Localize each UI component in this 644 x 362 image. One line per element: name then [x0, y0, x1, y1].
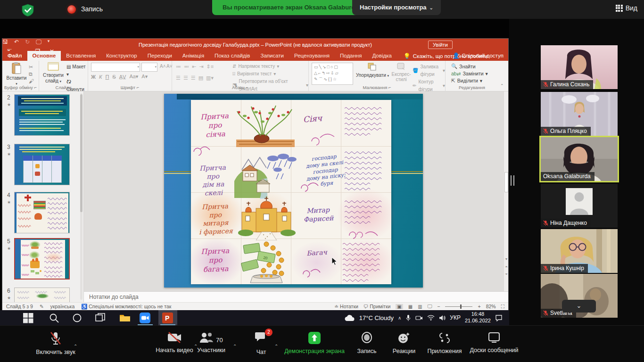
tab-slideshow[interactable]: Показ слайдів	[209, 51, 255, 61]
task-view-icon[interactable]	[95, 313, 106, 323]
record-button[interactable]: Запись	[351, 331, 382, 354]
align-text-button[interactable]: ⌸ Вирівняти текст ▾	[232, 70, 308, 78]
sign-in-button[interactable]: Увійти	[428, 41, 453, 49]
justify-icon[interactable]: ▤	[198, 75, 203, 81]
slide-4-thumbnail[interactable]	[14, 192, 70, 233]
share-button[interactable]: 👤Спільний доступ	[453, 51, 504, 61]
tab-view[interactable]: Подання	[335, 51, 367, 61]
participants-options-chevron[interactable]: ⌃	[233, 344, 237, 349]
shrink-font-icon[interactable]: A˅	[166, 64, 173, 69]
panel-resize-handle[interactable]	[511, 175, 514, 186]
mic-options-chevron[interactable]: ⌃	[74, 344, 77, 349]
tab-design[interactable]: Конструктор	[101, 51, 142, 61]
character-spacing-icon[interactable]: A̲V̲	[119, 74, 126, 80]
arrange-button[interactable]: Упорядкувати ▾	[355, 62, 390, 78]
tab-insert[interactable]: Вставлення	[61, 51, 101, 61]
tab-review[interactable]: Рецензування	[289, 51, 335, 61]
participant-tile[interactable]: Ірина Кушнір	[541, 229, 618, 273]
next-slide-button[interactable]: ⏷	[504, 272, 509, 276]
accessibility-status[interactable]: ♿ Спеціальні можливості: щось не так	[81, 304, 171, 310]
apps-button[interactable]: Приложения	[423, 331, 466, 354]
font-name-combo[interactable]: ▾	[91, 63, 140, 72]
encryption-shield-icon[interactable]	[21, 4, 34, 16]
collapse-ribbon-icon[interactable]: ⌃	[500, 83, 504, 88]
format-painter-icon[interactable]: 🖌	[29, 78, 34, 85]
powerpoint-taskbar-button[interactable]: P	[158, 310, 177, 325]
increase-indent-icon[interactable]: ⇥	[199, 64, 203, 70]
comments-toggle[interactable]: 🗩 Примітки	[363, 304, 391, 309]
select-button[interactable]: ⇱ Виділити ▾	[451, 78, 488, 83]
decrease-indent-icon[interactable]: ⇤	[192, 64, 196, 70]
tab-transitions[interactable]: Переходи	[142, 51, 177, 61]
reading-view-button[interactable]: ▥	[418, 304, 422, 309]
numbering-icon[interactable]: ≕	[184, 64, 189, 70]
action-center-icon[interactable]	[495, 314, 503, 321]
tray-mic-icon[interactable]	[405, 314, 411, 321]
underline-button[interactable]: П	[105, 74, 109, 80]
share-screen-button[interactable]: Демонстрация экрана	[281, 331, 347, 354]
speaker-icon[interactable]	[439, 315, 446, 321]
fit-slide-button[interactable]: ⛶	[501, 304, 504, 310]
tray-device-icon[interactable]	[415, 315, 423, 321]
find-button[interactable]: 🔍 Знайти	[451, 63, 488, 69]
slide-5[interactable]: Притча про сіяча Сіяч Притча про дім на …	[164, 94, 423, 288]
copy-icon[interactable]: ⧉	[29, 71, 34, 78]
new-slide-button[interactable]: Створити слайд ▾	[41, 62, 66, 83]
mute-button[interactable]: ⌃ Включить звук	[18, 331, 93, 355]
normal-view-button[interactable]: ▣	[396, 304, 403, 309]
slide-5-thumbnail-selected[interactable]	[14, 238, 70, 280]
align-center-icon[interactable]: ☰	[183, 75, 188, 81]
slide-scrollbar[interactable]: ▼ ⏶ ⏷	[504, 91, 508, 291]
wifi-icon[interactable]	[427, 315, 435, 321]
start-button[interactable]	[23, 313, 33, 323]
tab-help[interactable]: Довідка	[367, 51, 396, 61]
clock[interactable]: 16:4821.06.2022	[465, 311, 491, 324]
font-size-combo[interactable]: ▾	[141, 63, 157, 72]
reactions-button[interactable]: Реакции	[388, 331, 421, 354]
tab-animations[interactable]: Анімація	[177, 51, 209, 61]
search-icon[interactable]	[49, 313, 59, 323]
align-left-icon[interactable]: ☰	[176, 75, 181, 81]
slide-indicator[interactable]: Слайд 5 з 9	[6, 304, 33, 309]
zoom-app-taskbar-button[interactable]	[136, 310, 155, 325]
scrollbar-thumb[interactable]	[504, 172, 508, 192]
notes-pane[interactable]: Нотатки до слайда	[84, 291, 508, 302]
bullets-icon[interactable]: ≔	[176, 64, 181, 70]
notes-toggle[interactable]: ≐ Нотатки	[334, 304, 358, 309]
chat-options-chevron[interactable]: ⌃	[274, 344, 278, 349]
cortana-icon[interactable]	[72, 313, 83, 323]
participant-tile[interactable]: Ольга Пляцко	[541, 92, 618, 136]
bold-button[interactable]: Ж	[91, 74, 96, 80]
zoom-in-button[interactable]: +	[478, 304, 480, 309]
layout-button[interactable]: ▤ Макет ▾	[66, 63, 88, 78]
shapes-gallery[interactable]: ▭╲↘□○▢△⌐↰⇨⇩▱✎⌒∿{}☆	[312, 63, 353, 85]
participants-button[interactable]: 70 ⌃ Участники	[188, 331, 235, 354]
whiteboards-button[interactable]: Доски сообщений	[466, 331, 522, 354]
slide-6-thumbnail[interactable]	[14, 288, 70, 302]
paste-button[interactable]: Вставити ▾	[6, 62, 27, 86]
scroll-participants-down-button[interactable]: ⌄	[562, 300, 596, 313]
language-indicator[interactable]: українська	[50, 304, 75, 309]
columns-icon[interactable]: ▥▾	[206, 75, 214, 81]
hidden-icons-chevron[interactable]: ∧	[398, 315, 401, 321]
slide-sorter-view-button[interactable]: ▦	[408, 304, 413, 309]
weather-text[interactable]: 17°C Cloudy	[359, 314, 394, 321]
strikethrough-button[interactable]: S	[112, 74, 116, 80]
align-right-icon[interactable]: ☰	[191, 75, 196, 81]
text-direction-button[interactable]: ⇵ Напрямок тексту ▾	[232, 63, 308, 70]
slide-2-thumbnail[interactable]	[14, 94, 70, 136]
recording-indicator-icon[interactable]	[67, 5, 76, 14]
replace-button[interactable]: ab⇄ Замінити ▾	[451, 71, 488, 76]
participant-tile[interactable]: Ніна Дащенко	[541, 184, 618, 228]
redo-icon[interactable]: ↻	[25, 39, 30, 45]
participant-tile-active-speaker[interactable]: Oksana Galaburda	[541, 137, 618, 181]
line-spacing-icon[interactable]: ⇕≡	[206, 64, 214, 70]
view-button[interactable]: Вид	[616, 4, 637, 12]
file-explorer-icon[interactable]	[119, 313, 130, 323]
previous-slide-button[interactable]: ⏶	[504, 265, 509, 269]
tab-record[interactable]: Записати	[255, 51, 289, 61]
participant-tile[interactable]: Галина Сохань	[541, 45, 618, 89]
zoom-percentage[interactable]: 82%	[486, 304, 496, 309]
thumbnail-scrollbar[interactable]	[80, 93, 83, 300]
keyboard-language[interactable]: УКР	[450, 314, 461, 321]
